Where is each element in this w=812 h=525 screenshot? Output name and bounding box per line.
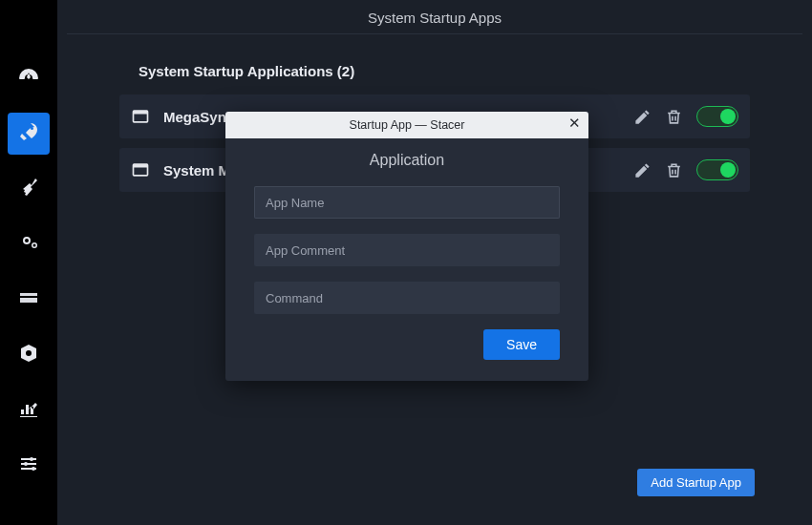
- close-icon: ✕: [568, 115, 581, 131]
- sidebar: [0, 0, 57, 525]
- pencil-icon: [633, 161, 652, 179]
- svg-rect-7: [134, 164, 148, 167]
- svg-point-3: [32, 467, 35, 471]
- rocket-icon: [17, 120, 40, 147]
- pencil-icon: [633, 108, 652, 126]
- disk-icon: [17, 342, 40, 368]
- window-icon: [131, 107, 150, 126]
- section-title: System Startup Applications (2): [139, 63, 802, 79]
- sidebar-item-dashboard[interactable]: [8, 57, 50, 99]
- modal-title: Startup App — Stacer: [350, 118, 465, 132]
- modal-body: Application Save: [225, 138, 588, 381]
- card-icon: [17, 286, 40, 313]
- delete-button[interactable]: [665, 108, 683, 126]
- enable-toggle[interactable]: [696, 106, 738, 127]
- modal-heading: Application: [254, 152, 560, 169]
- save-button[interactable]: Save: [483, 329, 560, 360]
- sidebar-item-services[interactable]: [8, 223, 50, 265]
- svg-rect-5: [134, 111, 148, 114]
- sidebar-item-processes[interactable]: [8, 279, 50, 321]
- modal-titlebar[interactable]: Startup App — Stacer ✕: [225, 112, 588, 138]
- svg-point-1: [30, 457, 33, 461]
- edit-button[interactable]: [633, 161, 652, 179]
- page-title: System Startup Apps: [67, 0, 802, 34]
- window-icon: [131, 160, 150, 179]
- app-command-input[interactable]: [254, 282, 560, 314]
- close-button[interactable]: ✕: [568, 116, 581, 130]
- sidebar-item-startup[interactable]: [8, 113, 50, 155]
- sidebar-item-resources[interactable]: [8, 389, 50, 431]
- enable-toggle[interactable]: [696, 159, 738, 180]
- svg-point-2: [24, 462, 28, 466]
- sidebar-item-settings[interactable]: [8, 445, 50, 487]
- sliders-icon: [17, 452, 40, 479]
- app-comment-input[interactable]: [254, 234, 560, 266]
- trash-icon: [665, 161, 683, 179]
- add-startup-app-button[interactable]: Add Startup App: [637, 469, 755, 496]
- edit-button[interactable]: [633, 108, 652, 126]
- broom-icon: [17, 176, 40, 202]
- gauge-icon: [17, 65, 40, 92]
- gears-icon: [17, 231, 40, 258]
- svg-point-0: [31, 127, 33, 130]
- add-startup-app-modal: Startup App — Stacer ✕ Application Save: [225, 112, 588, 381]
- sidebar-item-packages[interactable]: [8, 334, 50, 376]
- delete-button[interactable]: [665, 161, 683, 179]
- trash-icon: [665, 108, 683, 126]
- sidebar-item-cleaner[interactable]: [8, 168, 50, 210]
- app-name-input[interactable]: [254, 186, 560, 219]
- chart-icon: [17, 397, 40, 424]
